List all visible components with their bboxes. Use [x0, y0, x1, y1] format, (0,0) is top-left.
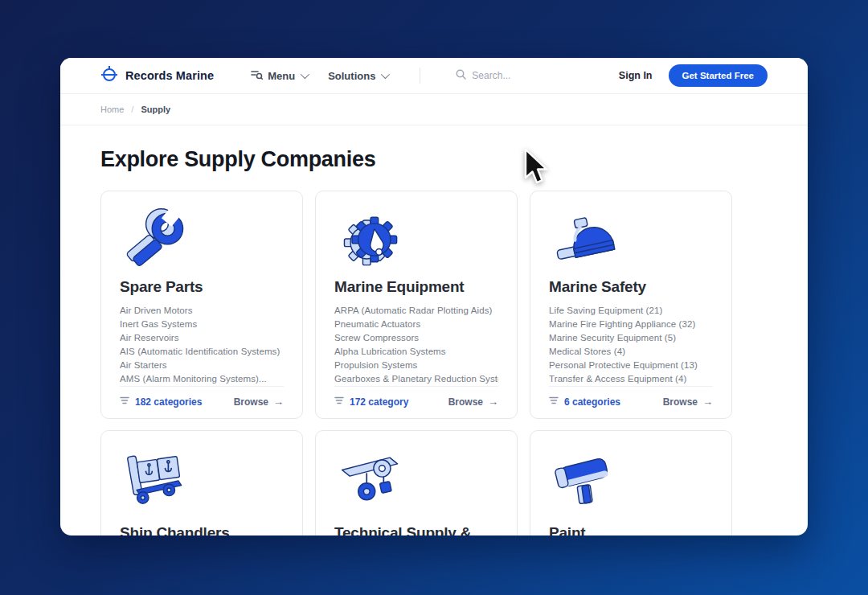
category-card-marine-equipment[interactable]: Marine Equipment ARPA (Automatic Radar P… [315, 191, 518, 419]
category-list: Air Driven Motors Inert Gas Systems Air … [120, 304, 284, 386]
get-started-button[interactable]: Get Started Free [669, 64, 768, 87]
category-grid: Spare Parts Air Driven Motors Inert Gas … [100, 191, 768, 536]
category-item[interactable]: Propulsion Systems [334, 359, 498, 372]
chevron-down-icon [381, 70, 390, 79]
category-item[interactable]: Air Driven Motors [120, 304, 284, 318]
category-card-ship-chandlers[interactable]: Ship Chandlers [100, 430, 303, 536]
category-item[interactable]: Medical Stores (4) [549, 345, 713, 359]
category-item[interactable]: Air Starters [120, 359, 284, 372]
card-title: Paint [549, 524, 713, 536]
menu-icon [251, 69, 263, 83]
category-item[interactable]: Pneumatic Actuators [334, 318, 498, 331]
category-list: ARPA (Automatic Radar Plotting Aids) Pne… [334, 304, 498, 386]
card-footer: 6 categories Browse → [549, 386, 713, 408]
filter-icon [120, 396, 129, 408]
nav-divider [420, 68, 420, 84]
breadcrumb-current: Supply [141, 105, 170, 114]
filter-icon [549, 396, 559, 408]
card-footer: 172 category Browse → [334, 386, 498, 408]
site-header: Records Marine Menu Solutions [60, 58, 808, 94]
safety-helmet-icon [549, 206, 713, 273]
header-right: Sign In Get Started Free [619, 64, 768, 87]
main-content: Explore Supply Companies [60, 125, 808, 536]
card-title: Marine Equipment [334, 278, 498, 296]
category-item[interactable]: Marine Security Equipment (5) [549, 331, 713, 345]
category-item[interactable]: Gearboxes & Planetary Reduction Systems.… [334, 372, 498, 386]
category-item[interactable]: Screw Compressors [334, 331, 498, 345]
category-card-paint[interactable]: Paint [530, 430, 732, 536]
page-title: Explore Supply Companies [100, 147, 768, 171]
category-card-marine-safety[interactable]: Marine Safety Life Saving Equipment (21)… [530, 191, 732, 419]
category-item[interactable]: Inert Gas Systems [120, 318, 284, 331]
category-count: 6 categories [549, 396, 620, 408]
search-placeholder: Search... [472, 70, 510, 81]
category-item[interactable]: Alpha Lubrication Systems [334, 345, 498, 359]
cargo-cart-icon [120, 445, 284, 519]
category-count: 172 category [334, 396, 408, 408]
arrow-right-icon: → [702, 396, 713, 407]
brand-logo-icon [100, 65, 118, 86]
brand-logo[interactable]: Records Marine [100, 65, 214, 86]
sign-in-link[interactable]: Sign In [619, 70, 653, 81]
category-item[interactable]: AMS (Alarm Monitoring Systems)... [120, 372, 284, 386]
breadcrumb-home[interactable]: Home [100, 105, 124, 114]
filter-icon [334, 396, 344, 408]
browse-link[interactable]: Browse → [234, 396, 284, 408]
search-icon [456, 69, 466, 82]
category-card-spare-parts[interactable]: Spare Parts Air Driven Motors Inert Gas … [100, 191, 303, 419]
card-title: Technical Supply & [334, 524, 498, 536]
category-count: 182 categories [120, 396, 202, 408]
browse-label: Browse [663, 396, 698, 408]
category-item[interactable]: Marine Fire Fighting Appliance (32) [549, 318, 713, 331]
card-title: Marine Safety [549, 278, 713, 296]
card-title: Ship Chandlers [120, 524, 284, 536]
browse-label: Browse [234, 396, 268, 408]
paint-roller-icon [549, 445, 713, 519]
nav-solutions[interactable]: Solutions [328, 70, 387, 82]
wrench-icon [120, 206, 284, 273]
browse-link[interactable]: Browse → [663, 396, 713, 408]
nav-menu-label: Menu [268, 70, 295, 82]
arrow-right-icon: → [488, 396, 498, 407]
nav-solutions-label: Solutions [328, 70, 375, 82]
brand-name: Records Marine [125, 69, 214, 82]
category-count-label: 172 category [350, 396, 408, 408]
chevron-down-icon [301, 70, 309, 79]
category-item[interactable]: Transfer & Access Equipment (4) [549, 372, 713, 386]
browse-link[interactable]: Browse → [448, 396, 498, 408]
app-window: Records Marine Menu Solutions [60, 58, 808, 536]
gear-icon [334, 206, 498, 273]
category-count-label: 182 categories [135, 396, 202, 408]
category-list: Life Saving Equipment (21) Marine Fire F… [549, 304, 713, 386]
category-card-technical-supply[interactable]: Technical Supply & [315, 430, 518, 536]
card-footer: 182 categories Browse → [120, 386, 284, 408]
category-count-label: 6 categories [564, 396, 620, 408]
browse-label: Browse [448, 396, 483, 408]
category-item[interactable]: Personal Protective Equipment (13) [549, 359, 713, 372]
hoist-pulley-icon [334, 445, 498, 519]
main-nav: Menu Solutions Search... [251, 68, 576, 84]
search-input[interactable]: Search... [456, 69, 576, 82]
category-item[interactable]: Air Reservoirs [120, 331, 284, 345]
category-item[interactable]: ARPA (Automatic Radar Plotting Aids) [334, 304, 498, 318]
category-item[interactable]: Life Saving Equipment (21) [549, 304, 713, 318]
breadcrumb-separator: / [131, 105, 133, 114]
card-title: Spare Parts [120, 278, 284, 296]
breadcrumb: Home / Supply [60, 94, 808, 125]
nav-menu[interactable]: Menu [251, 69, 307, 83]
arrow-right-icon: → [273, 396, 284, 407]
category-item[interactable]: AIS (Automatic Identification Systems) [120, 345, 284, 359]
